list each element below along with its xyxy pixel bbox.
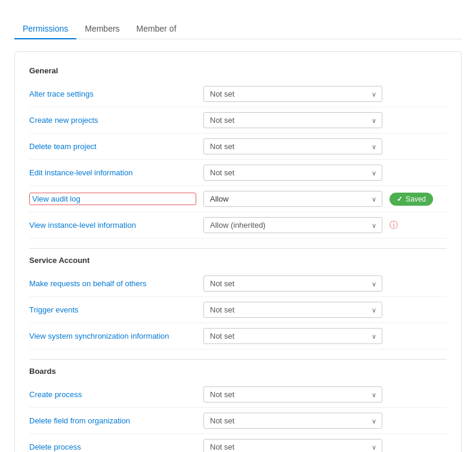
tab-member-of[interactable]: Member of (128, 19, 185, 39)
permission-select-alter-trace[interactable]: Not setAllowDeny (203, 86, 382, 102)
info-icon-view-instance[interactable]: ⓘ (390, 220, 398, 231)
permission-row-view-instance: View instance-level informationAllow (in… (29, 212, 447, 239)
select-wrapper-view-audit-log: Not setAllowDeny (203, 191, 382, 207)
saved-badge: Saved (390, 193, 433, 206)
select-wrapper-delete-field: Not setAllowDeny (203, 413, 382, 429)
section-title-service-account: Service Account (29, 256, 447, 265)
permission-row-trigger-events: Trigger eventsNot setAllowDeny (29, 297, 447, 323)
select-wrapper-view-sync: Not setAllowDeny (203, 328, 382, 344)
permission-select-view-instance[interactable]: Allow (inherited)Not setAllowDeny (203, 217, 382, 233)
select-wrapper-trigger-events: Not setAllowDeny (203, 302, 382, 318)
permission-row-edit-instance: Edit instance-level informationNot setAl… (29, 160, 447, 186)
select-wrapper-alter-trace: Not setAllowDeny (203, 86, 382, 102)
section-divider-boards (29, 359, 447, 360)
select-wrapper-make-requests: Not setAllowDeny (203, 275, 382, 292)
permission-select-view-audit-log[interactable]: Not setAllowDeny (203, 191, 382, 207)
tabs-bar: PermissionsMembersMember of (14, 19, 462, 39)
permission-label-view-audit-log[interactable]: View audit log (29, 193, 196, 205)
permission-row-alter-trace: Alter trace settingsNot setAllowDeny (29, 81, 447, 107)
permission-label-delete-team-project[interactable]: Delete team project (29, 142, 196, 151)
permission-select-delete-field[interactable]: Not setAllowDeny (203, 413, 382, 429)
select-wrapper-edit-instance: Not setAllowDeny (203, 165, 382, 181)
permission-select-edit-instance[interactable]: Not setAllowDeny (203, 165, 382, 181)
permission-label-view-sync[interactable]: View system synchronization information (29, 332, 196, 340)
permission-label-create-process[interactable]: Create process (29, 390, 196, 399)
permission-label-make-requests[interactable]: Make requests on behalf of others (29, 279, 196, 288)
permission-select-view-sync[interactable]: Not setAllowDeny (203, 328, 382, 344)
permission-label-create-projects[interactable]: Create new projects (29, 116, 196, 125)
permission-row-create-projects: Create new projectsNot setAllowDeny (29, 107, 447, 134)
permission-row-delete-team-project: Delete team projectNot setAllowDeny (29, 134, 447, 160)
permission-label-view-instance[interactable]: View instance-level information (29, 221, 196, 230)
tab-permissions[interactable]: Permissions (14, 19, 76, 39)
permission-label-delete-field[interactable]: Delete field from organization (29, 416, 196, 425)
permission-label-alter-trace[interactable]: Alter trace settings (29, 89, 196, 98)
select-wrapper-create-projects: Not setAllowDeny (203, 112, 382, 128)
permission-row-delete-process: Delete processNot setAllowDeny (29, 434, 447, 452)
permission-select-delete-team-project[interactable]: Not setAllowDeny (203, 138, 382, 154)
permission-select-create-projects[interactable]: Not setAllowDeny (203, 112, 382, 128)
permission-label-edit-instance[interactable]: Edit instance-level information (29, 168, 196, 177)
permission-select-delete-process[interactable]: Not setAllowDeny (203, 439, 382, 452)
permission-row-view-audit-log: View audit logNot setAllowDenySaved (29, 186, 447, 212)
permission-select-make-requests[interactable]: Not setAllowDeny (203, 275, 382, 292)
select-wrapper-delete-process: Not setAllowDeny (203, 439, 382, 452)
permission-label-trigger-events[interactable]: Trigger events (29, 305, 196, 314)
permission-row-make-requests: Make requests on behalf of othersNot set… (29, 271, 447, 297)
sections-container: GeneralAlter trace settingsNot setAllowD… (29, 66, 447, 452)
permission-select-create-process[interactable]: Not setAllowDeny (203, 386, 382, 403)
permission-row-create-process: Create processNot setAllowDeny (29, 382, 447, 408)
tab-members[interactable]: Members (76, 19, 128, 39)
permission-row-delete-field: Delete field from organizationNot setAll… (29, 408, 447, 434)
permission-row-view-sync: View system synchronization informationN… (29, 323, 447, 349)
select-wrapper-delete-team-project: Not setAllowDeny (203, 138, 382, 154)
select-wrapper-view-instance: Allow (inherited)Not setAllowDeny (203, 217, 382, 233)
select-wrapper-create-process: Not setAllowDeny (203, 386, 382, 403)
permission-select-trigger-events[interactable]: Not setAllowDeny (203, 302, 382, 318)
section-title-general: General (29, 66, 447, 75)
permission-label-delete-process[interactable]: Delete process (29, 442, 196, 451)
page-wrapper: PermissionsMembersMember of GeneralAlter… (0, 0, 476, 452)
content-panel: GeneralAlter trace settingsNot setAllowD… (14, 51, 462, 452)
section-title-boards: Boards (29, 367, 447, 376)
section-divider-service-account (29, 248, 447, 249)
